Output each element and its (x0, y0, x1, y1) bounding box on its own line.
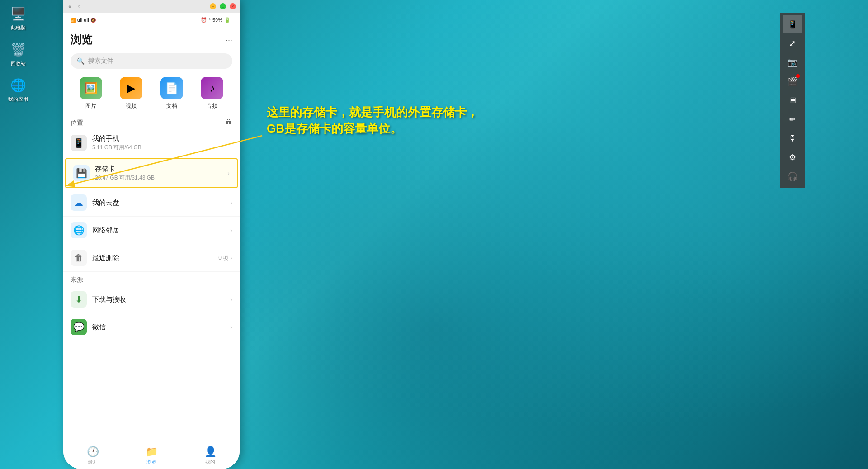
phone-screen: 📶 ull ull 🔕 ⏰ * 59% 🔋 浏览 ··· 🔍 搜索文件 (63, 13, 240, 469)
search-placeholder: 搜索文件 (88, 57, 113, 65)
help-icon: 🎧 (788, 171, 797, 181)
source-item-download[interactable]: ⬇ 下载与接收 › (63, 286, 240, 313)
nav-item-browse[interactable]: 📁 浏览 (122, 446, 181, 465)
annotation-group: 这里的存储卡，就是手机的外置存储卡， GB是存储卡的容量单位。 (267, 104, 478, 137)
location-item-trash[interactable]: 🗑 最近删除 0 项 › (63, 244, 240, 272)
location-section-header: 位置 🏛 (63, 115, 240, 129)
profile-nav-icon: 👤 (204, 446, 217, 458)
wechat-icon: 💬 (71, 319, 87, 335)
titlebar-controls: ⊕ ○ (67, 3, 82, 9)
network-arrow: › (230, 227, 232, 234)
app-title: 浏览 (71, 33, 92, 47)
audio-category-label: 音频 (207, 102, 217, 110)
status-bar: 📶 ull ull 🔕 ⏰ * 59% 🔋 (63, 13, 240, 27)
location-item-sdcard[interactable]: 💾 存储卡 28.47 GB 可用/31.43 GB › (65, 158, 238, 188)
sdcard-icon: 💾 (73, 165, 90, 181)
browse-nav-label: 浏览 (146, 459, 156, 465)
cloud-arrow: › (230, 199, 232, 206)
phone-window: ⊕ ○ − □ × 📶 ull ull 🔕 ⏰ * 59% 🔋 (63, 0, 240, 469)
cloud-content: 我的云盘 (92, 199, 230, 207)
expand-icon: ⤢ (789, 38, 796, 48)
desktop-icon-recycle[interactable]: 🗑️ 回收站 (9, 40, 27, 67)
location-item-cloud[interactable]: ☁ 我的云盘 › (63, 189, 240, 217)
toolbar-settings[interactable]: ⚙ (783, 148, 802, 166)
audio-category-icon: ♪ (201, 77, 223, 99)
trash-count: 0 项 (218, 254, 228, 262)
video-category-icon: ▶ (120, 77, 142, 99)
annotation-line1: 这里的存储卡，就是手机的外置存储卡， (267, 104, 478, 120)
toolbar-screen[interactable]: 🖥 (783, 91, 802, 109)
source-section-header: 来源 (63, 272, 240, 286)
apps-label: 我的应用 (8, 96, 28, 103)
desktop-icon-apps[interactable]: 🌐 我的应用 (8, 76, 28, 103)
doc-category-icon: 📄 (160, 77, 183, 99)
titlebar-icon-circle[interactable]: ○ (76, 3, 82, 9)
settings-icon: ⚙ (789, 152, 796, 162)
pen-icon: ✏ (789, 114, 796, 124)
location-item-network[interactable]: 🌐 网络邻居 › (63, 217, 240, 244)
titlebar-icon-pin[interactable]: ⊕ (67, 3, 73, 9)
video-category-label: 视频 (126, 102, 137, 110)
trash-icon: 🗑 (71, 250, 87, 266)
audio-icon: 🎙 (788, 134, 797, 143)
toolbar-pen[interactable]: ✏ (783, 110, 802, 128)
annotation-line2: GB是存储卡的容量单位。 (267, 120, 478, 137)
desktop-icons: 🖥️ 此电脑 🗑️ 回收站 🌐 我的应用 (0, 0, 36, 107)
network-icon: 🌐 (71, 222, 87, 238)
toolbar-audio[interactable]: 🎙 (783, 129, 802, 147)
wechat-arrow: › (230, 323, 232, 331)
download-name: 下载与接收 (92, 295, 230, 304)
recycle-icon: 🗑️ (9, 40, 27, 58)
apps-icon: 🌐 (9, 76, 27, 94)
sdcard-arrow: › (227, 170, 230, 177)
sdcard-info: 28.47 GB 可用/31.43 GB (95, 174, 227, 182)
location-item-phone[interactable]: 📱 我的手机 5.11 GB 可用/64 GB › (63, 129, 240, 157)
menu-more-icon[interactable]: ··· (226, 35, 232, 45)
nav-item-recent[interactable]: 🕐 最近 (63, 446, 122, 465)
recent-nav-icon: 🕐 (87, 446, 99, 458)
download-arrow: › (230, 296, 232, 303)
download-content: 下载与接收 (92, 295, 230, 304)
toolbar-help[interactable]: 🎧 (783, 167, 802, 185)
wechat-content: 微信 (92, 323, 230, 332)
bottom-navigation: 🕐 最近 📁 浏览 👤 我的 (63, 442, 240, 469)
side-toolbar: 📱 ⤢ 📷 🎬 🖥 ✏ 🎙 ⚙ 🎧 (780, 13, 805, 188)
image-category-icon: 🖼️ (80, 77, 102, 99)
category-audio[interactable]: ♪ 音频 (201, 77, 223, 110)
computer-label: 此电脑 (11, 24, 26, 31)
status-signal: 📶 ull ull 🔕 (71, 18, 96, 23)
nav-item-profile[interactable]: 👤 我的 (181, 446, 240, 465)
profile-nav-label: 我的 (205, 459, 215, 465)
network-name: 网络邻居 (92, 226, 230, 235)
toolbar-camera[interactable]: 📷 (783, 53, 802, 71)
recent-nav-label: 最近 (88, 459, 98, 465)
network-content: 网络邻居 (92, 226, 230, 235)
toolbar-phone-mirror[interactable]: 📱 (783, 15, 802, 33)
cloud-icon: ☁ (71, 194, 87, 211)
restore-button[interactable]: □ (220, 3, 226, 9)
toolbar-expand[interactable]: ⤢ (783, 34, 802, 52)
minimize-button[interactable]: − (210, 3, 216, 9)
category-video[interactable]: ▶ 视频 (120, 77, 142, 110)
camera-icon: 📷 (788, 57, 797, 67)
categories-grid: 🖼️ 图片 ▶ 视频 📄 文档 ♪ 音频 (63, 71, 240, 115)
close-button[interactable]: × (230, 3, 236, 9)
record-icon: 🎬 (788, 76, 797, 86)
source-item-wechat[interactable]: 💬 微信 › (63, 313, 240, 341)
app-content[interactable]: 浏览 ··· 🔍 搜索文件 🖼️ 图片 ▶ 视频 📄 (63, 27, 240, 442)
phone-storage-arrow: › (230, 139, 232, 147)
status-alarm: ⏰ (201, 17, 207, 23)
trash-name: 最近删除 (92, 254, 218, 262)
trash-info-group: 0 项 › (218, 254, 232, 262)
search-icon: 🔍 (77, 57, 85, 65)
toolbar-record[interactable]: 🎬 (783, 72, 802, 90)
location-section-icon[interactable]: 🏛 (225, 119, 232, 127)
window-titlebar: ⊕ ○ − □ × (63, 0, 240, 13)
image-category-label: 图片 (85, 102, 96, 110)
category-image[interactable]: 🖼️ 图片 (80, 77, 102, 110)
search-bar[interactable]: 🔍 搜索文件 (71, 53, 232, 69)
desktop-icon-computer[interactable]: 🖥️ 此电脑 (9, 5, 27, 31)
computer-icon: 🖥️ (9, 5, 27, 23)
titlebar-right-controls: − □ × (210, 3, 236, 9)
category-doc[interactable]: 📄 文档 (160, 77, 183, 110)
